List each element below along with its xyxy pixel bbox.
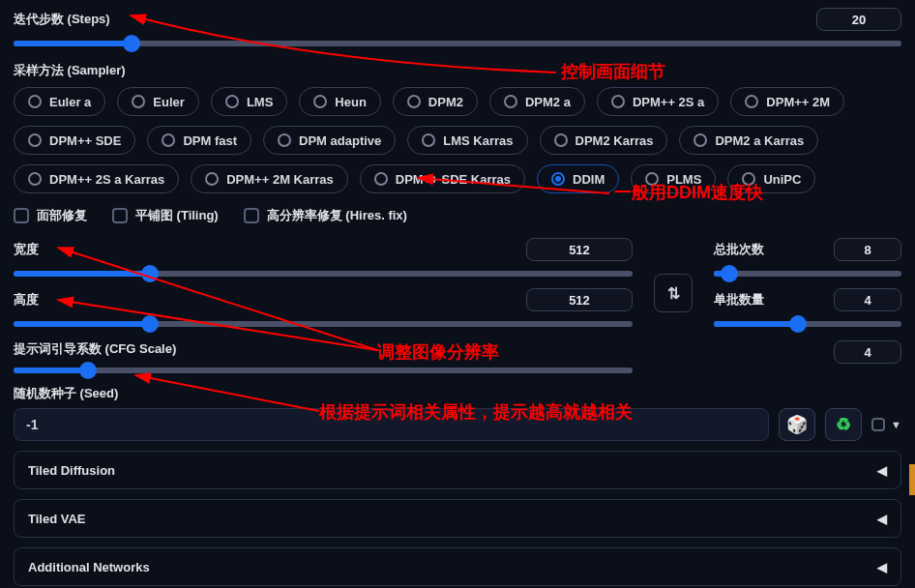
sampler-option[interactable]: DPM++ SDE xyxy=(14,126,135,155)
sampler-option[interactable]: LMS Karras xyxy=(407,126,527,155)
sampler-option-label: DDIM xyxy=(573,172,605,187)
radio-icon xyxy=(205,172,219,186)
recycle-icon: ♻ xyxy=(836,414,851,435)
sampler-option[interactable]: DPM2 a xyxy=(489,87,585,116)
radio-icon xyxy=(551,172,565,186)
seed-input[interactable]: -1 xyxy=(14,408,769,441)
sampler-label: 采样方法 (Sampler) xyxy=(14,62,901,79)
sampler-option[interactable]: DPM++ SDE Karras xyxy=(360,164,525,193)
sampler-option[interactable]: Euler a xyxy=(14,87,105,116)
sampler-option-label: DPM++ SDE Karras xyxy=(396,172,511,187)
cfg-slider[interactable] xyxy=(14,368,633,373)
radio-icon xyxy=(694,133,707,147)
dice-icon: 🎲 xyxy=(786,414,808,435)
chevron-left-icon: ◀ xyxy=(877,512,887,526)
sampler-option-label: PLMS xyxy=(666,172,701,187)
sampler-option[interactable]: Euler xyxy=(117,87,199,116)
sampler-option[interactable]: DPM2 Karras xyxy=(540,126,668,155)
batch-count-slider[interactable] xyxy=(714,271,901,277)
radio-icon xyxy=(554,133,568,147)
radio-icon xyxy=(407,95,421,108)
radio-icon xyxy=(645,172,659,186)
scroll-indicator xyxy=(909,464,915,495)
sampler-option[interactable]: DPM fast xyxy=(147,126,251,155)
sampler-option-label: Euler a xyxy=(49,95,91,109)
sampler-option[interactable]: LMS xyxy=(211,87,287,116)
seed-reuse-button[interactable]: ♻ xyxy=(825,408,862,441)
batch-count-label: 总批次数 xyxy=(714,241,764,258)
swap-dims-button[interactable]: ⇅ xyxy=(654,274,693,312)
seed-extra-toggle[interactable]: ▼ xyxy=(871,418,901,431)
sampler-option[interactable]: Heun xyxy=(299,87,381,116)
hires-fix-label: 高分辨率修复 (Hires. fix) xyxy=(267,207,407,224)
steps-label: 迭代步数 (Steps) xyxy=(14,11,110,28)
tiling-checkbox[interactable]: 平铺图 (Tiling) xyxy=(112,207,219,224)
batch-count-value[interactable]: 8 xyxy=(834,238,901,261)
sampler-option-label: DPM2 xyxy=(428,95,463,109)
accordion-additional-networks[interactable]: Additional Networks◀ xyxy=(14,547,901,586)
accordion-tiled-vae[interactable]: Tiled VAE◀ xyxy=(14,499,901,538)
radio-icon xyxy=(28,172,42,186)
radio-icon xyxy=(132,95,145,108)
radio-icon xyxy=(742,172,755,186)
width-label: 宽度 xyxy=(14,241,39,258)
face-restore-label: 面部修复 xyxy=(37,207,87,224)
sampler-option[interactable]: DPM2 a Karras xyxy=(679,126,818,155)
width-value[interactable]: 512 xyxy=(526,238,633,261)
cfg-label: 提示词引导系数 (CFG Scale) xyxy=(14,341,176,356)
height-value[interactable]: 512 xyxy=(526,288,633,311)
cfg-value[interactable]: 4 xyxy=(834,340,901,364)
radio-icon xyxy=(422,133,435,147)
sampler-option-label: DPM2 a xyxy=(525,95,571,109)
sampler-option[interactable]: PLMS xyxy=(631,164,716,193)
steps-value[interactable]: 20 xyxy=(816,8,901,31)
radio-icon xyxy=(745,95,758,108)
batch-size-slider[interactable] xyxy=(714,321,901,327)
sampler-option[interactable]: DPM2 xyxy=(393,87,478,116)
accordion-title: Additional Networks xyxy=(28,560,150,574)
sampler-option-label: DPM++ SDE xyxy=(49,133,121,148)
sampler-option[interactable]: UniPC xyxy=(727,164,815,193)
sampler-option-label: Heun xyxy=(335,95,367,109)
sampler-option[interactable]: DPM++ 2M Karras xyxy=(191,164,348,193)
sampler-option[interactable]: DPM++ 2S a xyxy=(597,87,719,116)
radio-icon xyxy=(28,95,42,108)
steps-slider[interactable] xyxy=(14,41,901,46)
accordion-tiled-diffusion[interactable]: Tiled Diffusion◀ xyxy=(14,451,901,489)
sampler-option[interactable]: DPM adaptive xyxy=(263,126,396,155)
width-slider[interactable] xyxy=(14,271,633,277)
sampler-option-label: DPM adaptive xyxy=(299,133,381,148)
sampler-option-label: DPM++ 2S a xyxy=(633,95,704,109)
tiling-label: 平铺图 (Tiling) xyxy=(135,207,219,224)
seed-random-button[interactable]: 🎲 xyxy=(779,408,815,441)
seed-label: 随机数种子 (Seed) xyxy=(14,386,118,400)
accordion-title: Tiled Diffusion xyxy=(28,463,115,478)
sampler-option-label: DPM2 Karras xyxy=(576,133,654,148)
chevron-left-icon: ◀ xyxy=(877,463,887,478)
sampler-option-label: DPM fast xyxy=(183,133,237,148)
sampler-option-label: LMS xyxy=(247,95,273,109)
face-restore-checkbox[interactable]: 面部修复 xyxy=(14,207,87,224)
sampler-option[interactable]: DPM++ 2S a Karras xyxy=(14,164,179,193)
height-slider[interactable] xyxy=(14,321,633,327)
radio-icon xyxy=(611,95,625,108)
sampler-options: Euler aEulerLMSHeunDPM2DPM2 aDPM++ 2S aD… xyxy=(14,87,901,193)
accordion-title: Tiled VAE xyxy=(28,512,85,526)
sampler-option-label: DPM2 a Karras xyxy=(715,133,804,148)
sampler-option[interactable]: DDIM xyxy=(537,164,619,193)
height-label: 高度 xyxy=(14,291,39,309)
sampler-option-label: UniPC xyxy=(763,172,801,187)
radio-icon xyxy=(313,95,327,108)
batch-size-label: 单批数量 xyxy=(714,291,764,309)
sampler-option-label: DPM++ 2M xyxy=(766,95,830,109)
sampler-option-label: Euler xyxy=(153,95,185,109)
hires-fix-checkbox[interactable]: 高分辨率修复 (Hires. fix) xyxy=(244,207,407,224)
radio-icon xyxy=(374,172,388,186)
sampler-option-label: LMS Karras xyxy=(443,133,513,148)
chevron-left-icon: ◀ xyxy=(877,560,887,574)
radio-icon xyxy=(28,133,42,147)
sampler-option-label: DPM++ 2S a Karras xyxy=(49,172,164,187)
batch-size-value[interactable]: 4 xyxy=(834,288,901,311)
radio-icon xyxy=(162,133,175,147)
sampler-option[interactable]: DPM++ 2M xyxy=(730,87,844,116)
